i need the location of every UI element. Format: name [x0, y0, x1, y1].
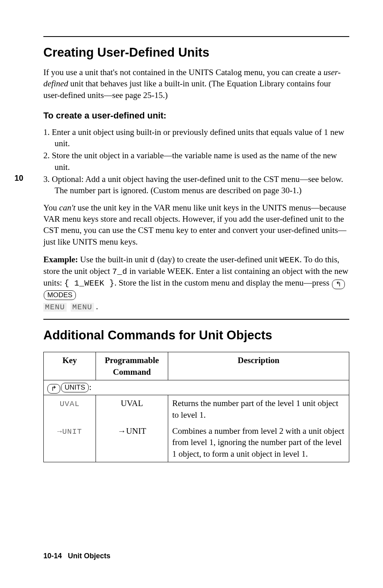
units-key: UNITS: [61, 383, 89, 392]
example-label: Example:: [43, 255, 78, 264]
page-footer: 10-14 Unit Objects: [43, 551, 110, 561]
footer-page: 10-14: [43, 552, 62, 560]
cell-desc-uval: Returns the number part of the level 1 u…: [168, 395, 349, 423]
example-end: .: [94, 302, 98, 311]
left-shift-key-icon: ↰: [332, 280, 345, 289]
subheading-create: To create a user-defined unit:: [43, 110, 349, 122]
step-3: 3. Optional: Add a unit object having th…: [43, 174, 349, 196]
steps-list: 1. Enter a unit object using built-in or…: [43, 127, 349, 196]
example-mono-7d: 7_d: [112, 267, 127, 276]
note-prefix: You: [43, 203, 59, 212]
note-suffix: use the unit key in the VAR menu like un…: [43, 203, 346, 247]
top-rule: [43, 36, 349, 37]
section-1-title: Creating User-Defined Units: [43, 44, 349, 61]
commands-table: Key Programmable Command Description ↱UN…: [43, 352, 349, 462]
note-paragraph: You can't use the unit key in the VAR me…: [43, 202, 349, 247]
cell-cmd-uval: UVAL: [96, 395, 168, 423]
step-2: 2. Store the unit object in a variable—t…: [43, 150, 349, 173]
cell-cmd-unit: →UNIT: [96, 423, 168, 462]
footer-label: Unit Objects: [68, 552, 110, 560]
section-2-title: Additional Commands for Unit Objects: [43, 327, 349, 344]
example-paragraph: Example: Use the built-in unit d (day) t…: [43, 254, 349, 312]
cell-key-uval: UVAL: [44, 395, 96, 423]
table-group-row: ↱UNITS:: [44, 380, 349, 395]
example-a: Use the built-in unit: [78, 255, 150, 264]
softkey-menu-2: MENU: [71, 303, 94, 312]
lcd-uval: UVAL: [60, 400, 80, 408]
right-shift-key-icon: ↱: [47, 384, 60, 394]
note-em: can't: [59, 203, 75, 212]
example-mono-list: { 1_WEEK }: [64, 279, 114, 288]
th-command: Programmable Command: [96, 352, 168, 380]
th-key: Key: [44, 352, 96, 380]
example-mono-week: WEEK: [279, 255, 299, 265]
mid-rule: [43, 319, 349, 320]
example-e: . Store the list in the custom menu and …: [114, 278, 332, 288]
group-suffix: :: [89, 382, 92, 392]
intro-paragraph: If you use a unit that's not contained i…: [43, 67, 349, 101]
step-1: 1. Enter a unit object using built-in or…: [43, 127, 349, 149]
th-description: Description: [168, 352, 349, 380]
example-b: (day) to create the user-defined unit: [155, 255, 279, 264]
group-cell: ↱UNITS:: [44, 380, 349, 395]
table-row: UVAL UVAL Returns the number part of the…: [44, 395, 349, 423]
intro-prefix: If you use a unit that's not contained i…: [43, 67, 324, 77]
lcd-unit: →UNIT: [57, 427, 82, 436]
softkey-menu-1: MENU: [43, 303, 67, 312]
modes-key: MODES: [44, 290, 76, 300]
table-row: →UNIT →UNIT Combines a number from level…: [44, 423, 349, 462]
table-header-row: Key Programmable Command Description: [44, 352, 349, 380]
chapter-margin-number: 10: [14, 173, 23, 184]
intro-suffix: unit that behaves just like a built-in u…: [43, 79, 331, 100]
cell-key-unit: →UNIT: [44, 423, 96, 462]
cell-desc-unit: Combines a number from level 2 with a un…: [168, 423, 349, 462]
example-mono-d: d: [150, 255, 155, 265]
